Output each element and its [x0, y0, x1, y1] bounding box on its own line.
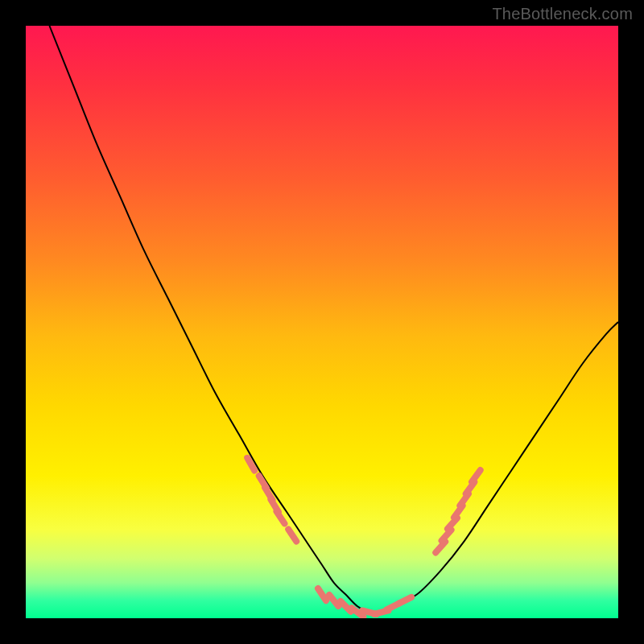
- bottleneck-curve: [49, 26, 618, 613]
- marker: [398, 597, 411, 604]
- marker: [472, 470, 481, 482]
- curve-markers: [247, 458, 480, 617]
- plot-area: [26, 26, 618, 618]
- chart-frame: TheBottleneck.com: [0, 0, 644, 644]
- watermark-text: TheBottleneck.com: [492, 5, 633, 23]
- marker: [288, 529, 296, 541]
- marker: [329, 595, 338, 606]
- curve-svg: [26, 26, 618, 618]
- marker: [276, 511, 284, 523]
- marker: [318, 588, 326, 601]
